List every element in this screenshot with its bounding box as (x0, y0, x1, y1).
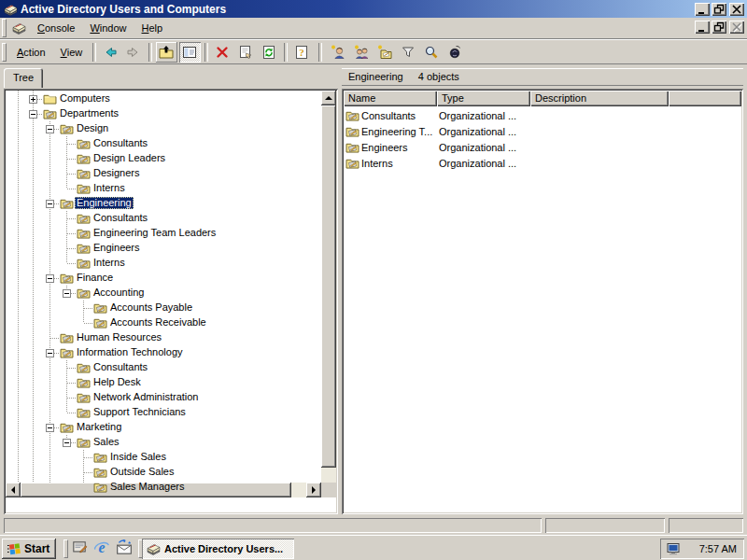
task-button-label: Active Directory Users... (164, 543, 283, 554)
up-one-level-button[interactable] (156, 42, 177, 63)
menu-window[interactable]: Window (82, 20, 134, 36)
tree-item-label: Designers (92, 167, 142, 179)
task-button-active-directory[interactable]: Active Directory Users... (142, 539, 294, 559)
collapse-minus-icon[interactable] (46, 349, 54, 357)
list-item-type: Organizational ... (439, 126, 529, 139)
column-header-type[interactable]: Type (437, 91, 530, 106)
show-hide-console-tree-button[interactable] (179, 42, 201, 63)
collapse-minus-icon[interactable] (46, 200, 54, 208)
column-header-description[interactable]: Description (530, 91, 669, 106)
properties-button[interactable] (235, 42, 257, 63)
find-objects-button[interactable] (421, 42, 443, 63)
list-item-interns[interactable]: InternsOrganizational ... (344, 156, 741, 172)
tree-item-label: Human Resources (75, 331, 163, 343)
tree-item-engineering-team-leaders[interactable]: Engineering Team Leaders (6, 226, 321, 241)
tree-item-label: Accounts Payable (108, 301, 194, 314)
collapse-minus-icon[interactable] (46, 125, 54, 133)
list-item-engineering-t-[interactable]: Engineering T...Organizational ... (344, 124, 741, 140)
toolbar-menu-action[interactable]: Action (9, 44, 53, 61)
child-restore-button[interactable] (712, 21, 726, 34)
tree-guide-line (67, 383, 76, 384)
menubar-grip[interactable] (2, 19, 7, 37)
tree-item-help-desk[interactable]: Help Desk (6, 375, 321, 390)
tree-item-consultants[interactable]: Consultants (6, 360, 321, 375)
tree-item-accounts-payable[interactable]: Accounts Payable (6, 301, 321, 315)
tree-item-marketing[interactable]: Marketing (6, 420, 321, 435)
tree-item-departments[interactable]: Departments (6, 106, 321, 121)
tree-guide-line (67, 263, 76, 264)
create-new-user-button[interactable] (328, 42, 349, 63)
tree-item-accounts-receivable[interactable]: Accounts Receivable (6, 315, 321, 330)
list-item-description (532, 158, 667, 171)
toolbar-grip[interactable] (2, 43, 7, 62)
tree-item-label: Outside Sales (108, 466, 176, 478)
tree-item-human-resources[interactable]: Human Resources (6, 330, 321, 345)
start-button[interactable]: Start (2, 539, 56, 559)
tree-item-interns[interactable]: Interns (6, 256, 321, 271)
find-icon (424, 45, 439, 60)
tree-guide-line (67, 368, 76, 369)
create-new-organizational-unit-button[interactable] (374, 42, 396, 63)
refresh-button[interactable] (259, 42, 280, 63)
tree-item-finance[interactable]: Finance (6, 271, 321, 286)
directory-special-button[interactable] (444, 42, 466, 63)
delete-button[interactable] (212, 42, 233, 63)
list-item-consultants[interactable]: ConsultantsOrganizational ... (344, 108, 741, 124)
tree-item-information-technology[interactable]: Information Technology (6, 345, 321, 360)
collapse-minus-icon[interactable] (29, 110, 37, 119)
tree-item-computers[interactable]: Computers (6, 91, 321, 106)
child-minimize-button[interactable] (695, 21, 710, 34)
restore-button[interactable] (712, 3, 726, 16)
scroll-right-button[interactable] (306, 483, 321, 497)
tree-guide-line (49, 360, 50, 375)
scroll-up-button[interactable] (321, 91, 336, 105)
vertical-scroll-thumb[interactable] (321, 105, 336, 468)
menu-console[interactable]: Console (30, 20, 82, 36)
list-item-engineers[interactable]: EngineersOrganizational ... (344, 140, 741, 156)
menu-help[interactable]: Help (134, 20, 171, 36)
title-bar[interactable]: Active Directory Users and Computers (0, 0, 747, 18)
column-header-name[interactable]: Name (344, 91, 437, 106)
taskbar-grip[interactable] (63, 539, 68, 558)
expand-plus-icon[interactable] (29, 95, 37, 104)
tree-item-inside-sales[interactable]: Inside Sales (6, 450, 321, 465)
ou-folder-icon (77, 183, 91, 194)
scroll-left-button[interactable] (6, 483, 21, 497)
help-topics-button[interactable] (291, 42, 313, 63)
internet-explorer-button[interactable] (92, 539, 112, 559)
tree-item-network-administration[interactable]: Network Administration (6, 390, 321, 405)
collapse-minus-icon[interactable] (46, 424, 54, 432)
collapse-minus-icon[interactable] (46, 274, 54, 283)
create-new-group-button[interactable] (351, 42, 373, 63)
collapse-minus-icon[interactable] (63, 289, 71, 298)
collapse-minus-icon[interactable] (63, 439, 71, 447)
tree-item-interns[interactable]: Interns (6, 181, 321, 196)
tree-item-engineers[interactable]: Engineers (6, 241, 321, 256)
outlook-express-button[interactable] (114, 539, 134, 559)
ou-folder-icon (77, 407, 91, 418)
tree-item-accounting[interactable]: Accounting (6, 286, 321, 301)
tree-item-design[interactable]: Design (6, 121, 321, 136)
tree-item-outside-sales[interactable]: Outside Sales (6, 465, 321, 480)
clock[interactable]: 7:57 AM (699, 543, 737, 554)
tree-item-engineering[interactable]: Engineering (6, 196, 321, 211)
ou-folder-icon (345, 142, 359, 155)
close-button[interactable] (729, 3, 744, 16)
minimize-button[interactable] (695, 3, 710, 16)
tree-item-consultants[interactable]: Consultants (6, 211, 321, 226)
set-filtering-options-button[interactable] (398, 42, 419, 63)
toolbar-menu-view[interactable]: View (53, 44, 91, 61)
show-desktop-button[interactable] (69, 539, 90, 559)
tree-item-designers[interactable]: Designers (6, 166, 321, 181)
tree-item-consultants[interactable]: Consultants (6, 136, 321, 151)
tray-computer-icon[interactable] (666, 541, 681, 556)
forward-button[interactable] (123, 42, 145, 63)
tree-item-design-leaders[interactable]: Design Leaders (6, 151, 321, 166)
back-button[interactable] (100, 42, 121, 63)
tree-item-support-technicians[interactable]: Support Technicians (6, 405, 321, 420)
tree-item-sales[interactable]: Sales (6, 435, 321, 450)
tab-tree[interactable]: Tree (4, 68, 43, 88)
up-arrow-icon (325, 96, 332, 100)
ou-folder-icon (43, 108, 57, 119)
tree-vertical-scrollbar[interactable] (321, 91, 336, 497)
